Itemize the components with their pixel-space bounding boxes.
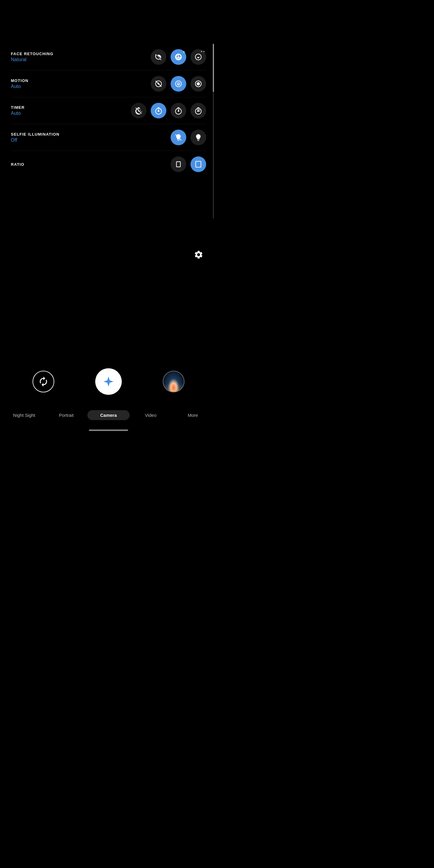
timer-row: TIMER Auto A 3 [11, 97, 206, 124]
selfie-illumination-on-btn[interactable] [190, 130, 206, 145]
selfie-illumination-off-btn[interactable] [170, 130, 186, 145]
timer-label: TIMER [11, 105, 25, 110]
selfie-illumination-value: Off [11, 137, 59, 143]
tab-more[interactable]: More [172, 410, 214, 420]
selfie-illumination-label-group: SELFIE ILLUMINATION Off [11, 132, 59, 143]
flip-icon [38, 376, 49, 387]
tab-camera[interactable]: Camera [87, 410, 130, 420]
motion-on-btn[interactable] [190, 76, 206, 92]
ratio-916-icon [194, 160, 202, 168]
timer-auto-btn[interactable]: A [151, 103, 166, 119]
illumination-off-icon [175, 133, 182, 141]
ratio-label: RATIO [11, 162, 24, 167]
scrollbar-track [213, 44, 214, 218]
timer-off-btn[interactable] [131, 103, 147, 119]
svg-rect-8 [177, 161, 181, 167]
tab-video[interactable]: Video [130, 410, 172, 420]
timer-label-group: TIMER Auto [11, 105, 25, 116]
ratio-34-icon [175, 160, 182, 168]
illumination-on-icon [194, 133, 202, 141]
face-retouching-label-group: FACE RETOUCHING Natural [11, 52, 53, 62]
timer-off-icon [135, 107, 143, 115]
ratio-row: RATIO [11, 151, 206, 172]
face-natural-icon [175, 53, 182, 61]
selfie-illumination-options [170, 130, 206, 145]
motion-value: Auto [11, 84, 28, 89]
motion-off-btn[interactable] [151, 76, 166, 92]
ratio-916-btn[interactable] [190, 156, 206, 172]
face-retouching-off-btn[interactable] [151, 49, 166, 65]
motion-auto-btn[interactable]: A [170, 76, 186, 92]
sparkle-icon [102, 375, 115, 388]
gallery-btn[interactable] [163, 371, 184, 393]
ratio-label-group: RATIO [11, 162, 24, 167]
face-retouching-natural-btn[interactable]: ✦ [170, 49, 186, 65]
settings-panel: FACE RETOUCHING Natural ✦ [11, 44, 206, 265]
face-retouching-smooth-btn[interactable]: ✦✦ [190, 49, 206, 65]
timer-10s-btn[interactable]: 10 [190, 103, 206, 119]
motion-label-group: MOTION Auto [11, 79, 28, 89]
motion-options: A [151, 76, 206, 92]
mode-tabs: Night Sight Portrait Camera Video More [0, 410, 217, 420]
motion-on-icon [194, 80, 202, 88]
svg-point-5 [197, 82, 200, 86]
motion-row: MOTION Auto A [11, 70, 206, 97]
face-retouching-label: FACE RETOUCHING [11, 52, 53, 56]
motion-label: MOTION [11, 79, 28, 83]
motion-off-icon [155, 80, 162, 88]
face-retouching-value: Natural [11, 57, 53, 62]
flip-camera-btn[interactable] [33, 371, 54, 393]
ratio-34-btn[interactable] [170, 156, 186, 172]
timer-3s-btn[interactable]: 3 [170, 103, 186, 119]
svg-rect-9 [195, 161, 201, 167]
selfie-illumination-label: SELFIE ILLUMINATION [11, 132, 59, 136]
selfie-illumination-row: SELFIE ILLUMINATION Off [11, 124, 206, 151]
tab-portrait[interactable]: Portrait [45, 410, 87, 420]
motion-auto-icon: A [175, 80, 182, 88]
face-retouching-options: ✦ ✦✦ [151, 49, 206, 65]
capture-btn[interactable] [95, 368, 122, 395]
tab-night-sight[interactable]: Night Sight [3, 410, 45, 420]
scrollbar-thumb[interactable] [213, 44, 214, 92]
settings-gear-btn[interactable] [191, 247, 206, 262]
face-retouching-row: FACE RETOUCHING Natural ✦ [11, 44, 206, 70]
home-indicator [89, 430, 128, 431]
face-smooth-icon [194, 53, 202, 61]
ratio-options [170, 156, 206, 172]
timer-value: Auto [11, 111, 25, 116]
gear-icon [194, 250, 204, 259]
face-off-icon [155, 53, 162, 61]
timer-options: A 3 10 [131, 103, 206, 119]
gallery-thumbnail [163, 371, 184, 392]
bottom-controls [0, 368, 217, 395]
